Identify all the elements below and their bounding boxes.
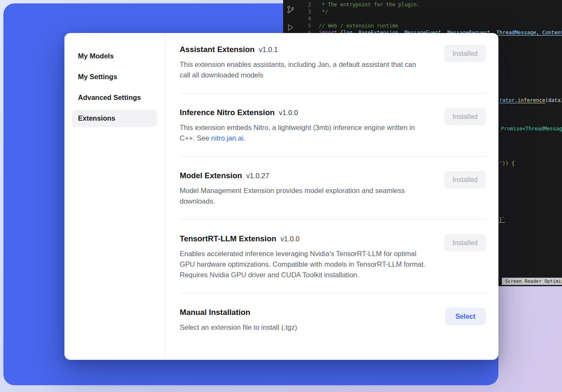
extension-info: Inference Nitro Extensionv1.0.0 This ext…	[180, 108, 428, 144]
installed-button[interactable]: Installed	[444, 234, 486, 251]
sidebar-item-my-settings[interactable]: My Settings	[72, 68, 157, 86]
code-fragment: rator.inference(data));	[499, 97, 562, 104]
code-token: (data));	[545, 97, 562, 103]
extension-version: v1.0.1	[259, 46, 278, 53]
manual-installation-row: Manual Installation Select an extension …	[180, 308, 486, 333]
sidebar-item-advanced-settings[interactable]: Advanced Settings	[72, 89, 157, 106]
line-number: 4	[300, 15, 311, 22]
extension-info: Model Extensionv1.0.27 Model Management …	[180, 171, 428, 207]
extensions-panel: Assistant Extensionv1.0.1 This extension…	[165, 33, 498, 360]
extension-version: v1.0.0	[279, 109, 298, 116]
extension-name: Model Extensionv1.0.27	[180, 171, 428, 180]
extension-description: This extension embeds Nitro, a lightweig…	[180, 122, 428, 144]
extension-description: This extension enables assistants, inclu…	[180, 59, 428, 80]
sidebar-item-my-models[interactable]: My Models	[72, 47, 157, 65]
code-lines: 2 * The entrypoint for the plugin. 3 */ …	[300, 1, 562, 36]
code-text: // Web / extension runtime	[319, 22, 398, 30]
extension-title-text: Model Extension	[180, 171, 242, 180]
extension-title-text: TensortRT-LLM Extension	[180, 234, 276, 243]
code-line: 5 // Web / extension runtime	[300, 22, 562, 30]
code-fragment: ')) {	[499, 160, 515, 167]
run-debug-icon[interactable]	[286, 23, 295, 32]
extension-version: v1.0.0	[281, 235, 300, 243]
settings-modal: My Models My Settings Advanced Settings …	[64, 33, 498, 360]
code-line: 2 * The entrypoint for the plugin.	[300, 1, 562, 8]
select-file-button[interactable]: Select	[445, 308, 486, 325]
manual-installation-title: Manual Installation	[180, 308, 297, 317]
extension-description: Model Management Extension provides mode…	[180, 185, 428, 207]
nitro-jan-ai-link[interactable]: nitro.jan.ai	[211, 134, 243, 142]
manual-installation-description: Select an extension file to install (.tg…	[180, 322, 297, 333]
divider	[180, 93, 486, 94]
desktop: 2 * The entrypoint for the plugin. 3 */ …	[0, 0, 562, 392]
extension-name: Inference Nitro Extensionv1.0.0	[180, 108, 428, 117]
code-token: rator.	[499, 97, 517, 103]
extension-description: Enables accelerated inference leveraging…	[180, 248, 428, 280]
source-control-icon[interactable]	[286, 5, 295, 14]
divider	[180, 219, 486, 220]
sidebar-item-extensions[interactable]: Extensions	[72, 110, 157, 127]
line-number: 5	[300, 22, 311, 30]
extension-title-text: Inference Nitro Extension	[180, 108, 275, 117]
extension-name: Assistant Extensionv1.0.1	[180, 45, 428, 54]
description-text: .	[243, 134, 245, 142]
extension-version: v1.0.27	[246, 172, 269, 179]
extension-info: Manual Installation Select an extension …	[180, 308, 297, 333]
settings-sidebar: My Models My Settings Advanced Settings …	[64, 33, 165, 360]
code-fragment: Promise<ThreadMessage>	[501, 125, 562, 132]
code-text: */	[319, 8, 328, 16]
installed-button[interactable]: Installed	[444, 171, 486, 188]
divider	[180, 293, 486, 293]
screen-reader-optimized-badge[interactable]: Screen Reader Optimized	[502, 278, 562, 285]
extension-row: TensortRT-LLM Extensionv1.0.0 Enables ac…	[180, 234, 486, 280]
code-line: 4	[300, 15, 562, 22]
line-number: 3	[300, 8, 311, 16]
code-text: * The entrypoint for the plugin.	[319, 1, 420, 8]
code-line: 3 */	[300, 8, 562, 16]
extension-info: TensortRT-LLM Extensionv1.0.0 Enables ac…	[180, 234, 428, 280]
extension-name: TensortRT-LLM Extensionv1.0.0	[180, 234, 428, 243]
extension-row: Inference Nitro Extensionv1.0.0 This ext…	[180, 108, 486, 144]
extension-title-text: Assistant Extension	[180, 45, 255, 54]
code-token: inference	[517, 97, 545, 103]
line-number: 2	[300, 1, 311, 8]
extension-info: Assistant Extensionv1.0.1 This extension…	[180, 45, 428, 80]
installed-button[interactable]: Installed	[444, 45, 486, 62]
installed-button[interactable]: Installed	[444, 108, 486, 125]
extension-row: Assistant Extensionv1.0.1 This extension…	[180, 45, 486, 80]
divider	[180, 156, 486, 157]
extension-row: Model Extensionv1.0.27 Model Management …	[180, 171, 486, 207]
